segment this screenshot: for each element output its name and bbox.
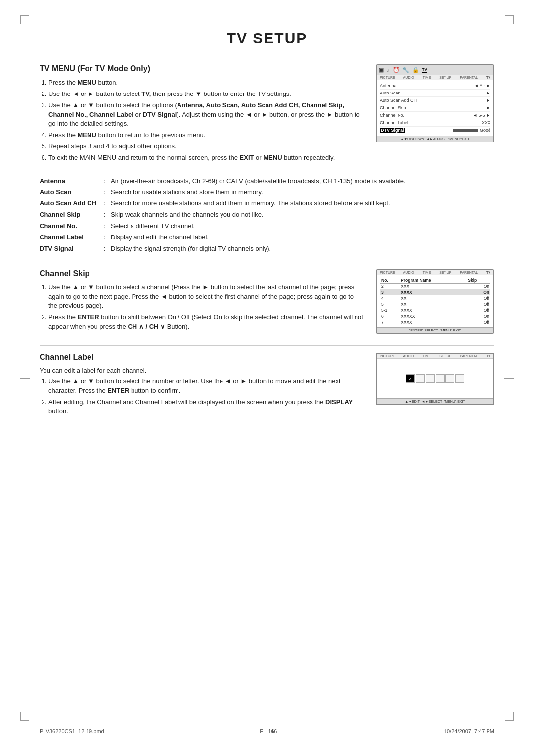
row3-name: XXXX xyxy=(400,289,466,295)
step-5: Repeat steps 3 and 4 to adjust other opt… xyxy=(48,142,364,151)
s2-parental: PARENTAL xyxy=(460,271,478,274)
s3-time: TIME xyxy=(423,354,431,358)
row6-no: 6 xyxy=(380,313,400,319)
def-antenna: Antenna : Air (over-the-air broadcasts, … xyxy=(40,177,494,186)
label-box-2 xyxy=(426,374,435,383)
tv-menu-bar-1: ▣ ♪ ⏰ 🔧 🔒 TV xyxy=(377,65,493,75)
col-program: Program Name xyxy=(400,277,466,284)
channelskip-label: Channel Skip xyxy=(380,105,406,110)
tv-menu-title: TV MENU (For TV Mode Only) xyxy=(40,64,364,73)
separator-2 xyxy=(40,345,494,346)
tv-row-antenna: Antenna ◄ Air ► xyxy=(380,82,490,90)
col-no: No. xyxy=(380,277,400,284)
step-1: Press the MENU button. xyxy=(48,78,364,88)
def-term-autoscan: Auto Scan xyxy=(40,188,104,197)
picture-icon: ▣ xyxy=(379,67,384,73)
def-term-antenna: Antenna xyxy=(40,177,104,186)
menu-label-audio: AUDIO xyxy=(403,76,414,79)
definitions-section: Antenna : Air (over-the-air broadcasts, … xyxy=(40,177,494,254)
row4-no: 4 xyxy=(380,295,400,301)
s2-time: TIME xyxy=(423,271,431,274)
tv-label-active: TV xyxy=(422,67,427,73)
table-row: 2 XXX On xyxy=(380,283,490,289)
row5-name: XX xyxy=(400,301,466,307)
s2-setup: SET UP xyxy=(439,271,451,274)
row51-name: XXXX xyxy=(400,307,466,313)
s3-picture: PICTURE xyxy=(380,354,395,358)
cskip-step-1: Use the ▲ or ▼ button to select a channe… xyxy=(48,283,364,311)
label-box-3 xyxy=(436,374,445,383)
row51-skip: Off xyxy=(466,307,490,313)
def-desc-antenna: Air (over-the-air broadcasts, Ch 2-69) o… xyxy=(111,177,494,186)
tv-display-2: PICTURE AUDIO TIME SET UP PARENTAL TV No… xyxy=(376,269,494,334)
channel-skip-table: No. Program Name Skip 2 XXX On xyxy=(380,277,490,325)
channelno-label: Channel No. xyxy=(380,113,404,118)
step-6: To exit the MAIN MENU and return to the … xyxy=(48,153,364,163)
def-channellabel: Channel Label : Display and edit the cha… xyxy=(40,233,494,242)
corner-mark-tr xyxy=(505,15,514,24)
row7-name: XXXX xyxy=(400,319,466,325)
page: TV SETUP TV MENU (For TV Mode Only) Pres… xyxy=(0,0,534,756)
label-box-1 xyxy=(416,374,425,383)
row3-no: 3 xyxy=(380,289,400,295)
row7-no: 7 xyxy=(380,319,400,325)
channel-label-steps: Use the ▲ or ▼ button to select the numb… xyxy=(40,377,364,416)
tv-menu-steps: Press the MENU button. Use the ◄ or ► bu… xyxy=(40,78,364,163)
s2-picture: PICTURE xyxy=(380,271,395,274)
tv-screen-3: PICTURE AUDIO TIME SET UP PARENTAL TV x xyxy=(376,353,494,421)
audio-icon: ♪ xyxy=(387,67,390,73)
row6-name: XXXXX xyxy=(400,313,466,319)
s3-tv: TV xyxy=(486,354,490,358)
s3-parental: PARENTAL xyxy=(460,354,478,358)
row2-skip: On xyxy=(466,283,490,289)
step-3: Use the ▲ or ▼ button to select the opti… xyxy=(48,101,364,129)
channel-label-text: Channel Label You can edit a label for e… xyxy=(40,353,364,421)
tv-row-dtvsignal: DTV Signal Good xyxy=(380,127,490,134)
clabel-step-2: After editing, the Channel and Channel L… xyxy=(48,398,364,417)
parental-icon: 🔒 xyxy=(412,67,419,73)
menu-label-time: TIME xyxy=(423,76,431,79)
tv-footer-2: "ENTER":SELECT "MENU":EXIT xyxy=(377,327,493,333)
def-autoscan: Auto Scan : Search for usable stations a… xyxy=(40,188,494,197)
dtvsignal-label: DTV Signal xyxy=(380,128,405,133)
clabel-step-1: Use the ▲ or ▼ button to select the numb… xyxy=(48,377,364,396)
channellabel-value: XXX xyxy=(482,120,490,125)
menu-label-picture: PICTURE xyxy=(380,76,395,79)
side-mark-left xyxy=(20,378,30,379)
corner-mark-br xyxy=(505,712,514,721)
row6-skip: On xyxy=(466,313,490,319)
def-term-dtvsignal: DTV Signal xyxy=(40,244,104,254)
s2-audio: AUDIO xyxy=(403,271,414,274)
tv-row-channellabel: Channel Label XXX xyxy=(380,119,490,127)
channel-label-section: Channel Label You can edit a label for e… xyxy=(40,353,494,421)
menu-label-setup: SET UP xyxy=(439,76,451,79)
channelno-value: ◄ 5-5 ► xyxy=(473,113,490,118)
def-desc-dtvsignal: Display the signal strength (for digital… xyxy=(111,244,494,254)
tv-screen-1: ▣ ♪ ⏰ 🔧 🔒 TV PICTURE AUDIO TIME SET UP P… xyxy=(376,64,494,168)
def-channelno: Channel No. : Select a different TV chan… xyxy=(40,222,494,231)
autoscan-value: ► xyxy=(486,91,490,95)
footer-date: 10/24/2007, 7:47 PM xyxy=(444,728,494,734)
tv-footer-3: ▲▼EDIT ◄►SELECT "MENU":EXIT xyxy=(377,398,493,404)
row5-no: 5 xyxy=(380,301,400,307)
channellabel-label: Channel Label xyxy=(380,120,408,125)
menu-label-parental: PARENTAL xyxy=(460,76,478,79)
footer-filename: PLV36220CS1_12-19.pmd xyxy=(40,728,104,734)
table-row: 6 XXXXX On xyxy=(380,313,490,319)
tv-row-channelno: Channel No. ◄ 5-5 ► xyxy=(380,112,490,119)
antenna-label: Antenna xyxy=(380,83,397,88)
page-number-center: E - 16 xyxy=(260,728,274,734)
channel-skip-section: Channel Skip Use the ▲ or ▼ button to se… xyxy=(40,269,494,336)
cskip-step-2: Press the ENTER button to shift between … xyxy=(48,313,364,331)
tv-menu-text: TV MENU (For TV Mode Only) Press the MEN… xyxy=(40,64,364,168)
row2-name: XXX xyxy=(400,283,466,289)
tv-menu-section: TV MENU (For TV Mode Only) Press the MEN… xyxy=(40,64,494,168)
def-desc-autoscan: Search for usable stations and store the… xyxy=(111,188,494,197)
channel-skip-text: Channel Skip Use the ▲ or ▼ button to se… xyxy=(40,269,364,336)
row3-skip: On xyxy=(466,289,490,295)
row51-no: 5-1 xyxy=(380,307,400,313)
def-desc-channellabel: Display and edit the channel label. xyxy=(111,233,494,242)
autoscanadd-label: Auto Scan Add CH xyxy=(380,98,417,103)
channelskip-value: ► xyxy=(486,105,490,110)
tv-row-autoscanadd: Auto Scan Add CH ► xyxy=(380,97,490,104)
